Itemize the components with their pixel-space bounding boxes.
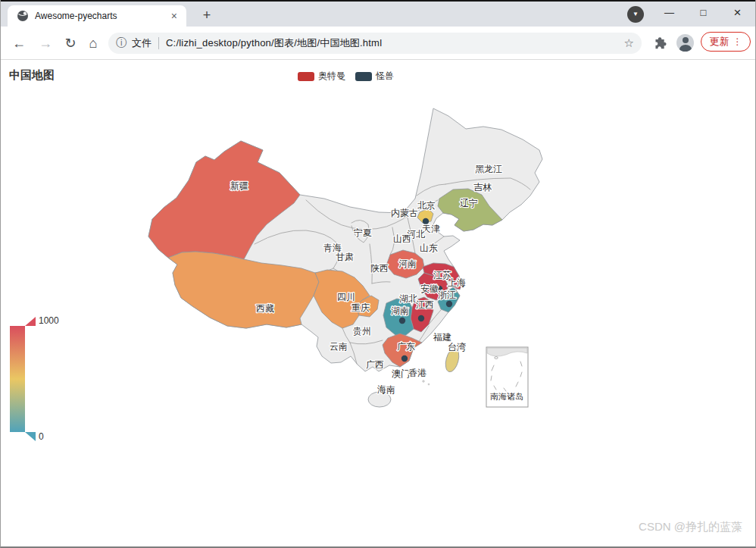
map-label: 黑龙江 [475, 164, 502, 174]
bookmark-star-icon[interactable]: ☆ [624, 36, 634, 50]
islet [428, 384, 430, 385]
home-icon[interactable]: ⌂ [83, 33, 103, 53]
legend-item-guaishou[interactable]: 怪兽 [355, 70, 394, 83]
forward-icon[interactable]: → [36, 33, 55, 53]
address-url: C:/lizhi_desktop/python/图表/地图/中国地图.html [166, 36, 382, 50]
reload-icon[interactable]: ↻ [61, 33, 80, 53]
legend: 奥特曼 怪兽 [298, 70, 394, 83]
map-label: 浙江 [438, 290, 456, 300]
map-label: 海南 [377, 384, 395, 395]
info-icon[interactable]: ⓘ [116, 36, 127, 50]
map-label: 辽宁 [460, 198, 478, 208]
browser-titlebar: Awesome-pyecharts × + ▼ — □ × [0, 0, 756, 27]
map-label: 上海 [448, 277, 466, 288]
map-label: 河南 [398, 258, 417, 269]
chevron-down-icon: ▼ [633, 11, 639, 17]
map-label: 内蒙古 [391, 208, 418, 218]
map-label: 山西 [393, 233, 411, 244]
legend-item-aoteman[interactable]: 奥特曼 [298, 70, 345, 83]
tab-title: Awesome-pyecharts [35, 11, 168, 21]
window-top-edge [0, 0, 756, 2]
map-label: 安徽 [420, 283, 439, 294]
map-label: 宁夏 [354, 227, 372, 238]
visualmap-max-label: 1000 [39, 315, 59, 326]
legend-label: 奥特曼 [318, 70, 345, 83]
map-label: 吉林 [473, 182, 492, 193]
map-label: 湖南 [391, 305, 409, 316]
back-icon[interactable]: ← [9, 33, 29, 53]
legend-label: 怪兽 [376, 70, 394, 83]
map-label: 北京 [417, 200, 436, 211]
scatter-point[interactable] [418, 315, 424, 321]
map-label: 重庆 [351, 302, 370, 313]
menu-dots-icon: ⋮ [733, 36, 742, 47]
profile-avatar-icon[interactable] [676, 34, 694, 52]
browser-tab[interactable]: Awesome-pyecharts × [8, 5, 186, 27]
legend-swatch-red [298, 72, 314, 81]
south-china-sea-inset: 南海诸岛 [486, 347, 528, 407]
scatter-point[interactable] [399, 318, 405, 324]
minimize-icon[interactable]: — [652, 0, 686, 25]
window-controls: — □ × [652, 0, 754, 27]
address-bar[interactable]: ⓘ 文件 C:/lizhi_desktop/python/图表/地图/中国地图.… [108, 33, 642, 54]
islet [423, 380, 425, 383]
browser-toolbar: ← → ↻ ⌂ ⓘ 文件 C:/lizhi_desktop/python/图表/… [0, 27, 756, 60]
watermark: CSDN @挣扎的蓝藻 [639, 520, 742, 534]
visualmap-min-label: 0 [39, 431, 44, 442]
media-controls-icon[interactable]: ▼ [627, 6, 644, 23]
map-label: 澳门 [392, 368, 410, 379]
map-label: 山东 [420, 243, 438, 253]
favicon-globe-icon [17, 10, 29, 22]
map-label: 甘肃 [336, 252, 354, 262]
map-label: 陕西 [370, 263, 389, 274]
update-button[interactable]: 更新 ⋮ [701, 32, 751, 52]
map-label: 江西 [416, 299, 434, 310]
scatter-point[interactable] [401, 355, 408, 362]
extensions-puzzle-icon[interactable] [653, 35, 668, 50]
inset-label: 南海诸岛 [490, 392, 523, 401]
map-label: 云南 [330, 341, 348, 352]
scatter-point[interactable] [446, 301, 452, 307]
map-label: 福建 [433, 332, 451, 343]
map-label: 台湾 [448, 342, 466, 352]
map-label: 西藏 [256, 303, 274, 314]
map-label: 湖北 [399, 293, 417, 304]
maximize-icon[interactable]: □ [686, 0, 720, 25]
map-label: 广东 [397, 341, 415, 352]
file-scheme-label: 文件 [132, 36, 152, 50]
address-separator [158, 37, 159, 49]
map-label: 广西 [366, 359, 384, 370]
new-tab-icon[interactable]: + [197, 6, 217, 26]
map-label: 香港 [408, 368, 426, 378]
update-label: 更新 [710, 35, 729, 49]
legend-swatch-dark [355, 72, 372, 81]
tab-close-icon[interactable]: × [168, 10, 180, 22]
map-label: 贵州 [353, 326, 371, 337]
map-label: 新疆 [230, 180, 248, 191]
page-title: 中国地图 [9, 68, 55, 83]
visualmap-handle-bottom[interactable] [25, 432, 36, 441]
visualmap-handle-top[interactable] [25, 317, 36, 326]
window-close-icon[interactable]: × [720, 0, 754, 25]
visualmap-gradient-bar[interactable] [10, 326, 25, 432]
map-label: 四川 [337, 292, 355, 302]
